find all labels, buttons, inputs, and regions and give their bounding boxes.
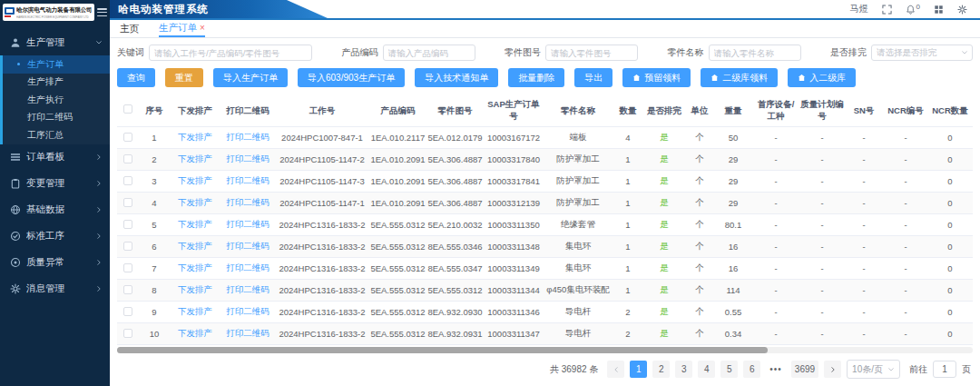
print-qrcode-link[interactable]: 打印二维码 bbox=[226, 219, 270, 229]
batch-delete-button[interactable]: 批量删除 bbox=[508, 68, 564, 87]
issue-scheduling-link[interactable]: 下发排产 bbox=[178, 197, 212, 207]
issue-scheduling-link[interactable]: 下发排产 bbox=[178, 132, 212, 142]
sidebar-item-production-scheduling[interactable]: 生产排产 bbox=[3, 74, 110, 92]
issue-scheduling-link[interactable]: 下发排产 bbox=[178, 328, 212, 338]
cell-product_code: 5EA.555.0312 bbox=[369, 280, 426, 302]
page-button-2[interactable]: 2 bbox=[652, 361, 670, 378]
filter-input-part-drawing-no[interactable] bbox=[545, 45, 638, 61]
cell-ncr_qty: 0 bbox=[928, 280, 972, 302]
print-qrcode-link[interactable]: 打印二维码 bbox=[226, 175, 270, 185]
page-ellipsis[interactable]: ••• bbox=[766, 361, 786, 378]
print-qrcode-link[interactable]: 打印二维码 bbox=[226, 328, 270, 338]
next-page-button[interactable] bbox=[824, 361, 841, 378]
page-button-1[interactable]: 1 bbox=[630, 361, 647, 378]
issue-scheduling-link[interactable]: 下发排产 bbox=[178, 284, 212, 294]
sidebar-item-production-order[interactable]: 生产订单 bbox=[3, 55, 110, 74]
sidebar-group-quality-exception[interactable]: 质量异常 bbox=[0, 250, 110, 276]
prev-page-button[interactable] bbox=[607, 361, 624, 378]
goto-page-input[interactable] bbox=[933, 361, 956, 378]
close-icon[interactable]: × bbox=[200, 24, 205, 33]
filter-select-schedule-status[interactable]: 请选择是否排完 bbox=[871, 45, 973, 61]
cell-unit: 个 bbox=[685, 302, 714, 323]
cell-remark: - bbox=[972, 127, 973, 149]
query-button[interactable]: 查询 bbox=[117, 68, 155, 87]
issue-scheduling-link[interactable]: 下发排产 bbox=[178, 175, 212, 185]
reserve-material-button[interactable]: 预留领料 bbox=[622, 68, 691, 87]
cell-unit: 个 bbox=[685, 193, 714, 214]
page-button-6[interactable]: 6 bbox=[743, 361, 760, 378]
page-button-5[interactable]: 5 bbox=[720, 361, 738, 378]
secondary-warehouse-material-button[interactable]: 二级库领料 bbox=[701, 68, 778, 87]
fullscreen-icon[interactable] bbox=[882, 5, 892, 15]
page-button-4[interactable]: 4 bbox=[698, 361, 715, 378]
row-checkbox[interactable] bbox=[123, 154, 132, 163]
issue-scheduling-link[interactable]: 下发排产 bbox=[178, 262, 212, 272]
print-qrcode-link[interactable]: 打印二维码 bbox=[226, 241, 270, 251]
cell-quality_plan: - bbox=[799, 214, 845, 236]
filter-keyword: 关键词 bbox=[117, 45, 312, 61]
sidebar-group-standard-process[interactable]: 标准工序 bbox=[0, 223, 110, 250]
export-button[interactable]: 导出 bbox=[574, 68, 612, 87]
cell-issue: 下发排产 bbox=[170, 302, 220, 323]
issue-scheduling-link[interactable]: 下发排产 bbox=[178, 241, 212, 251]
row-checkbox[interactable] bbox=[123, 307, 132, 316]
sidebar-group-production-management[interactable]: 生产管理 bbox=[0, 29, 110, 55]
tab-home[interactable]: 主页 bbox=[120, 20, 139, 37]
table-row: 7下发排产打印二维码2024HPC1316-1833-25EA.555.0312… bbox=[117, 258, 973, 280]
cell-unit: 个 bbox=[685, 171, 714, 193]
print-qrcode-link[interactable]: 打印二维码 bbox=[226, 306, 270, 316]
page-button-3[interactable]: 3 bbox=[675, 361, 692, 378]
row-checkbox[interactable] bbox=[123, 176, 132, 185]
row-checkbox[interactable] bbox=[123, 198, 132, 207]
row-checkbox[interactable] bbox=[123, 133, 132, 142]
print-qrcode-link[interactable]: 打印二维码 bbox=[226, 284, 270, 294]
filter-input-keyword[interactable] bbox=[149, 45, 312, 61]
tab-production-order[interactable]: 生产订单 × bbox=[159, 20, 205, 37]
filter-input-part-name[interactable] bbox=[709, 45, 801, 61]
cell-sap_no: 10003312139 bbox=[484, 193, 544, 214]
sidebar-group-change-management[interactable]: 变更管理 bbox=[0, 171, 110, 197]
row-checkbox[interactable] bbox=[123, 285, 132, 294]
scheduled-flag: 是 bbox=[660, 219, 669, 229]
sidebar-item-print-qrcode[interactable]: 打印二维码 bbox=[3, 109, 110, 127]
into-secondary-warehouse-button[interactable]: 入二级库 bbox=[788, 68, 856, 87]
filter-part-drawing-no: 零件图号 bbox=[505, 45, 638, 61]
cell-first_equip: - bbox=[752, 127, 799, 149]
row-checkbox[interactable] bbox=[123, 263, 132, 272]
globe-icon bbox=[10, 204, 21, 215]
print-qrcode-link[interactable]: 打印二维码 bbox=[226, 262, 270, 272]
sidebar-item-production-execution[interactable]: 生产执行 bbox=[3, 91, 110, 109]
scrollbar-thumb[interactable] bbox=[117, 347, 768, 353]
table-row: 4下发排产打印二维码2024HPC1105-1147-11EA.010.2091… bbox=[117, 193, 973, 214]
row-checkbox[interactable] bbox=[123, 220, 132, 229]
sidebar-group-basic-data[interactable]: 基础数据 bbox=[0, 197, 110, 223]
button-label: 批量删除 bbox=[518, 72, 554, 84]
row-checkbox[interactable] bbox=[123, 329, 132, 338]
print-qrcode-link[interactable]: 打印二维码 bbox=[226, 197, 270, 207]
sidebar-collapse-icon[interactable] bbox=[97, 8, 107, 16]
grid-icon[interactable] bbox=[934, 5, 944, 15]
print-qrcode-link[interactable]: 打印二维码 bbox=[226, 132, 270, 142]
sidebar-group-order-board[interactable]: 订单看板 bbox=[0, 144, 110, 171]
submenu-production-management: 生产订单生产排产生产执行打印二维码工序汇总 bbox=[0, 55, 110, 144]
cell-first_equip: - bbox=[752, 214, 799, 236]
print-qrcode-link[interactable]: 打印二维码 bbox=[226, 153, 270, 163]
row-checkbox[interactable] bbox=[123, 242, 132, 251]
issue-scheduling-link[interactable]: 下发排产 bbox=[178, 306, 212, 316]
import-production-order-button[interactable]: 导入生产订单 bbox=[213, 68, 288, 87]
select-all-checkbox[interactable] bbox=[123, 104, 132, 114]
gear-icon[interactable] bbox=[957, 5, 967, 15]
sidebar-group-message-management[interactable]: 消息管理 bbox=[0, 276, 110, 302]
reset-button[interactable]: 重置 bbox=[165, 68, 203, 87]
import-tech-notice-button[interactable]: 导入技术通知单 bbox=[415, 68, 498, 87]
username[interactable]: 马煜 bbox=[850, 3, 868, 15]
issue-scheduling-link[interactable]: 下发排产 bbox=[178, 219, 212, 229]
cell-ncr_qty: 0 bbox=[928, 193, 972, 214]
sidebar-item-process-summary[interactable]: 工序汇总 bbox=[3, 126, 110, 144]
notification-bell[interactable]: 0 bbox=[906, 5, 920, 15]
page-button-3699[interactable]: 3699 bbox=[791, 361, 818, 378]
filter-input-product-code[interactable] bbox=[383, 45, 475, 61]
page-size-select[interactable]: 10条/页 bbox=[847, 360, 900, 379]
issue-scheduling-link[interactable]: 下发排产 bbox=[178, 153, 212, 163]
import-603-903-order-button[interactable]: 导入603/903生产订单 bbox=[298, 68, 405, 87]
